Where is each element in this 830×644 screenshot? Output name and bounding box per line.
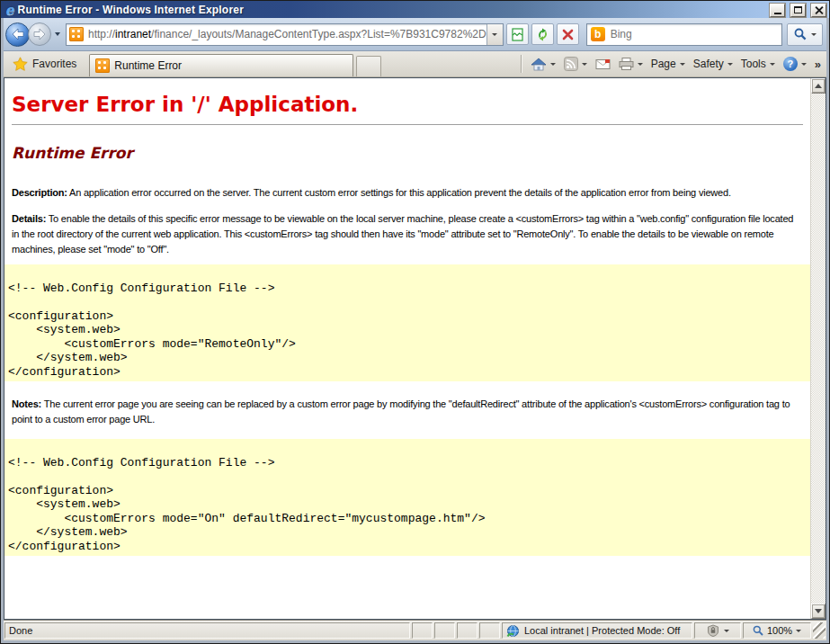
description-paragraph: Description: An application error occurr…	[12, 185, 803, 201]
tab-bar: Favorites Runtime Error	[4, 51, 826, 77]
zone-text: Local intranet | Protected Mode: Off	[524, 625, 680, 636]
close-icon	[815, 6, 823, 14]
home-button[interactable]	[529, 56, 558, 73]
stop-icon	[562, 29, 574, 40]
safety-menu-dropdown	[727, 63, 733, 66]
maximize-button[interactable]	[790, 4, 806, 17]
details-paragraph: Details: To enable the details of this s…	[12, 211, 803, 257]
page-menu-dropdown	[680, 63, 685, 66]
address-bar[interactable]: http://intranet/finance/_layouts/ManageC…	[66, 23, 504, 46]
browser-window: e Runtime Error - Windows Internet Explo…	[0, 0, 830, 644]
arrow-down-icon	[815, 609, 822, 613]
tools-menu-dropdown	[770, 63, 775, 66]
tab-runtime-error[interactable]: Runtime Error	[89, 54, 353, 76]
code-block-remoteonly: <!-- Web.Config Configuration File --> <…	[4, 264, 810, 381]
refresh-icon	[536, 28, 549, 41]
toolbar-overflow-button[interactable]: »	[813, 58, 823, 71]
notes-paragraph: Notes: The current error page you are se…	[12, 397, 803, 427]
zoom-magnifier-icon	[753, 625, 763, 636]
security-lock-icon	[707, 624, 719, 637]
search-options-dropdown[interactable]	[811, 33, 817, 36]
new-tab-button[interactable]	[356, 56, 381, 76]
home-icon	[531, 58, 547, 71]
recent-pages-dropdown[interactable]	[55, 32, 60, 36]
resize-grip[interactable]	[813, 622, 826, 639]
help-dropdown	[801, 63, 807, 66]
safety-menu-label: Safety	[693, 58, 724, 70]
page-menu-button[interactable]: Page	[649, 56, 687, 72]
print-dropdown[interactable]	[638, 63, 643, 66]
minimize-icon	[774, 13, 781, 14]
status-pane-empty	[412, 622, 433, 639]
zoom-control[interactable]: 100%	[743, 622, 811, 639]
sharepoint-favicon	[69, 27, 84, 41]
status-text: Done	[9, 625, 32, 636]
close-button[interactable]	[811, 4, 826, 17]
status-bar: Done Local intranet | Protected Mode: Of…	[4, 620, 826, 640]
error-page: Server Error in '/' Application. Runtime…	[4, 78, 810, 619]
code-block-custompage: <!-- Web.Config Configuration File --> <…	[4, 439, 810, 556]
error-subtitle: Runtime Error	[12, 144, 803, 162]
scroll-down-button[interactable]	[811, 604, 826, 619]
search-input[interactable]	[611, 28, 778, 40]
back-arrow-icon	[11, 28, 25, 40]
notes-label: Notes:	[12, 398, 41, 409]
security-report-button[interactable]	[694, 622, 741, 639]
intranet-globe-icon	[506, 624, 520, 638]
minimize-button[interactable]	[770, 4, 785, 17]
description-label: Description:	[12, 187, 67, 198]
page-content: Server Error in '/' Application. Runtime…	[4, 77, 826, 620]
favorites-button[interactable]: Favorites	[7, 53, 84, 75]
arrow-up-icon	[815, 84, 822, 88]
tab-favicon	[95, 58, 110, 73]
security-zone-pane[interactable]: Local intranet | Protected Mode: Off	[502, 622, 692, 639]
tab-label: Runtime Error	[114, 59, 182, 72]
home-dropdown[interactable]	[550, 63, 556, 66]
refresh-button[interactable]	[531, 23, 554, 45]
rss-feeds-icon	[564, 57, 578, 71]
scroll-up-button[interactable]	[811, 78, 826, 94]
security-dropdown	[724, 630, 729, 632]
scrollbar-track[interactable]	[811, 94, 826, 604]
compatibility-view-icon	[511, 28, 524, 41]
window-title: Runtime Error - Windows Internet Explore…	[18, 4, 764, 16]
zoom-level-text: 100%	[767, 625, 792, 636]
forward-button[interactable]	[28, 22, 51, 46]
zoom-dropdown	[796, 630, 801, 632]
printer-icon	[619, 58, 634, 70]
feeds-button[interactable]	[562, 55, 589, 73]
mail-icon	[595, 58, 611, 70]
tools-menu-button[interactable]: Tools	[739, 56, 777, 72]
page-title: Server Error in '/' Application.	[12, 92, 803, 117]
stop-button[interactable]	[557, 23, 579, 45]
navigation-bar: http://intranet/finance/_layouts/ManageC…	[4, 18, 826, 51]
help-icon: ?	[783, 57, 798, 71]
back-button[interactable]	[5, 22, 30, 47]
address-dropdown-button[interactable]	[486, 24, 503, 45]
command-bar: Page Safety Tools ? »	[518, 55, 823, 73]
status-pane-empty	[457, 622, 477, 639]
divider	[521, 55, 522, 73]
feeds-dropdown[interactable]	[582, 63, 587, 66]
status-pane-empty	[479, 622, 500, 639]
title-bar: e Runtime Error - Windows Internet Explo…	[1, 1, 829, 18]
tools-menu-label: Tools	[741, 58, 766, 70]
status-text-pane: Done	[4, 622, 410, 639]
help-button[interactable]: ?	[781, 55, 808, 73]
search-box[interactable]: b	[586, 23, 782, 46]
search-icon	[794, 28, 807, 40]
favorites-star-icon	[13, 57, 28, 71]
ie-logo-icon: e	[5, 4, 14, 16]
read-mail-button[interactable]	[593, 57, 612, 72]
print-button[interactable]	[617, 56, 645, 72]
chevron-down-icon	[492, 33, 497, 36]
favorites-label: Favorites	[32, 58, 76, 70]
divider-rule	[12, 124, 803, 125]
forward-arrow-icon	[32, 28, 47, 40]
url-text: http://intranet/finance/_layouts/ManageC…	[88, 28, 486, 40]
page-menu-label: Page	[651, 58, 676, 70]
safety-menu-button[interactable]: Safety	[692, 56, 735, 72]
vertical-scrollbar[interactable]	[810, 78, 826, 619]
search-button[interactable]	[787, 23, 823, 46]
compatibility-view-button[interactable]	[506, 23, 529, 45]
